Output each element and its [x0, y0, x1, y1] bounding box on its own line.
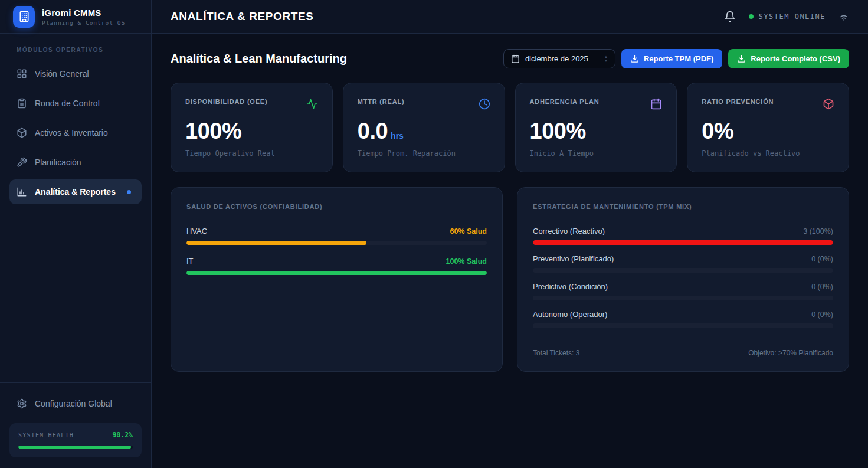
sidebar-nav: MÓDULOS OPERATIVOS Visión General Ronda …	[0, 34, 151, 209]
online-status-label: SYSTEM ONLINE	[759, 12, 826, 21]
asset-health-bar-fill	[186, 271, 487, 275]
sidebar-item-ronda-de-control[interactable]: Ronda de Control	[9, 91, 142, 116]
nav-section-label: MÓDULOS OPERATIVOS	[9, 42, 142, 61]
panel-title: SALUD DE ACTIVOS (CONFIABILIDAD)	[186, 203, 487, 210]
brand: iGromi CMMS Planning & Control OS	[0, 0, 151, 34]
kpi-label: RATIO PREVENCIÓN	[702, 98, 774, 105]
kpi-subtitle: Inicio A Tiempo	[530, 149, 663, 158]
asset-health-row: IT 100% Salud	[186, 257, 487, 275]
asset-name: HVAC	[186, 227, 207, 235]
package-icon	[823, 98, 834, 110]
tpm-category: Preventivo (Planificado)	[533, 254, 614, 263]
clock-icon	[479, 98, 490, 110]
sidebar-item-label: Visión General	[35, 69, 89, 78]
download-icon	[630, 54, 639, 63]
online-status-dot	[749, 14, 754, 19]
app-title: iGromi CMMS	[42, 8, 125, 18]
asset-health-row: HVAC 60% Salud	[186, 227, 487, 245]
tpm-bar-track	[533, 323, 833, 328]
tpm-value: 0 (0%)	[811, 310, 833, 319]
tpm-row: Predictivo (Condición) 0 (0%)	[533, 282, 833, 300]
system-health-bar-fill	[18, 446, 131, 449]
asset-health-panel: SALUD DE ACTIVOS (CONFIABILIDAD) HVAC 60…	[171, 187, 503, 372]
top-header: ANALÍTICA & REPORTES SYSTEM ONLINE	[152, 0, 868, 34]
download-icon	[737, 54, 746, 63]
system-health-label: SYSTEM HEALTH	[18, 432, 74, 438]
kpi-card-mttr: MTTR (REAL) 0.0hrs Tiempo Prom. Reparaci…	[343, 83, 505, 172]
kpi-value: 100%	[530, 119, 586, 143]
kpi-value: 0.0	[358, 119, 388, 143]
bell-icon[interactable]	[724, 11, 736, 22]
tpm-value: 0 (0%)	[811, 283, 833, 291]
stepper-icon[interactable]: ▲▼	[604, 55, 608, 63]
tpm-category: Autónomo (Operador)	[533, 310, 607, 319]
clipboard-icon	[17, 98, 27, 109]
month-picker-value: diciembre de 2025	[525, 54, 588, 63]
asset-health-bar-fill	[186, 241, 366, 245]
asset-health-value: 100% Salud	[446, 257, 487, 266]
status-badge: SYSTEM ONLINE	[749, 12, 826, 21]
kpi-value: 100%	[185, 119, 241, 143]
tpm-row: Correctivo (Reactivo) 3 (100%)	[533, 227, 833, 245]
sidebar-item-label: Analítica & Reportes	[35, 187, 116, 197]
kpi-label: ADHERENCIA PLAN	[530, 98, 600, 105]
panel-title: ESTRATEGIA DE MANTENIMIENTO (TPM MIX)	[533, 203, 833, 210]
sidebar-item-label: Activos & Inventario	[35, 128, 108, 138]
tpm-bar-track	[533, 240, 833, 245]
asset-health-bar-track	[186, 241, 487, 245]
kpi-card-disponibilidad: DISPONIBILIDAD (OEE) 100% Tiempo Operati…	[171, 83, 333, 172]
tpm-mix-panel: ESTRATEGIA DE MANTENIMIENTO (TPM MIX) Co…	[517, 187, 849, 372]
sidebar-item-label: Planificación	[35, 158, 81, 167]
app-subtitle: Planning & Control OS	[42, 19, 125, 26]
tpm-category: Predictivo (Condición)	[533, 282, 608, 291]
kpi-label: DISPONIBILIDAD (OEE)	[185, 98, 267, 105]
sidebar-item-label: Ronda de Control	[35, 99, 100, 108]
tpm-value: 0 (0%)	[811, 255, 833, 263]
page-title: Analítica & Lean Manufacturing	[171, 52, 347, 66]
kpi-subtitle: Tiempo Prom. Reparación	[358, 149, 490, 158]
tpm-row: Preventivo (Planificado) 0 (0%)	[533, 254, 833, 273]
activity-icon	[306, 98, 318, 110]
report-completo-csv-button[interactable]: Reporte Completo (CSV)	[728, 49, 849, 68]
report-tpm-pdf-button[interactable]: Reporte TPM (PDF)	[621, 49, 722, 68]
tpm-value: 3 (100%)	[803, 227, 833, 235]
kpi-subtitle: Tiempo Operativo Real	[185, 149, 318, 158]
sidebar-item-label: Configuración Global	[35, 399, 112, 408]
asset-health-bar-track	[186, 271, 487, 275]
kpi-unit: hrs	[391, 131, 404, 140]
calendar-icon	[650, 98, 662, 110]
report-tpm-pdf-label: Reporte TPM (PDF)	[644, 54, 713, 63]
sidebar-item-vision-general[interactable]: Visión General	[9, 61, 142, 86]
content: Analítica & Lean Manufacturing diciembre…	[152, 34, 868, 468]
total-tickets: Total Tickets: 3	[533, 349, 579, 357]
building-icon	[18, 11, 30, 22]
sidebar-item-configuracion-global[interactable]: Configuración Global	[9, 391, 142, 416]
kpi-subtitle: Planificado vs Reactivo	[702, 149, 834, 158]
toolbar: Analítica & Lean Manufacturing diciembre…	[171, 49, 849, 68]
package-icon	[17, 127, 27, 138]
sidebar: iGromi CMMS Planning & Control OS MÓDULO…	[0, 0, 152, 468]
tpm-bar-track	[533, 268, 833, 273]
report-completo-csv-label: Reporte Completo (CSV)	[751, 54, 840, 63]
sidebar-item-analitica-reportes[interactable]: Analítica & Reportes	[9, 179, 142, 204]
kpi-card-adherencia: ADHERENCIA PLAN 100% Inicio A Tiempo	[515, 83, 677, 172]
grid-icon	[17, 68, 27, 79]
tpm-row: Autónomo (Operador) 0 (0%)	[533, 310, 833, 328]
wrench-icon	[17, 157, 27, 168]
wifi-icon	[838, 11, 849, 22]
kpi-grid: DISPONIBILIDAD (OEE) 100% Tiempo Operati…	[171, 83, 849, 172]
objective: Objetivo: >70% Planificado	[748, 349, 833, 357]
system-health-card: SYSTEM HEALTH 98.2%	[9, 423, 142, 457]
tpm-bar-track	[533, 296, 833, 300]
asset-health-value: 60% Salud	[450, 227, 487, 235]
system-health-bar-track	[18, 446, 133, 449]
kpi-value: 0%	[702, 119, 733, 143]
sidebar-item-planificacion[interactable]: Planificación	[9, 150, 142, 175]
tpm-footer: Total Tickets: 3 Objetivo: >70% Planific…	[533, 339, 833, 357]
gear-icon	[17, 398, 27, 409]
sidebar-item-activos-inventario[interactable]: Activos & Inventario	[9, 120, 142, 145]
sidebar-footer: Configuración Global SYSTEM HEALTH 98.2%	[0, 382, 151, 468]
month-picker-input[interactable]: diciembre de 2025 ▲▼	[503, 49, 615, 68]
kpi-label: MTTR (REAL)	[358, 98, 405, 105]
system-health-value: 98.2%	[112, 431, 133, 439]
